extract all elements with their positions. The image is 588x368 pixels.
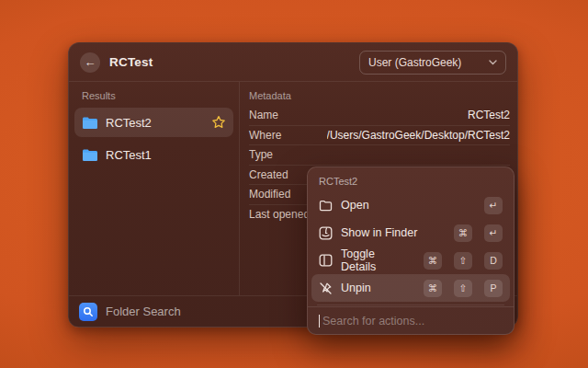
metadata-row-name: Name RCTest2 [249,106,510,126]
folder-search-input[interactable]: Folder Search [106,305,181,318]
action-search-field[interactable]: Search for actions... [308,306,514,334]
unpin-icon [319,282,333,295]
metadata-value: RCTest2 [468,109,510,121]
metadata-value: /Users/GastroGeek/Desktop/RCTest2 [327,129,510,142]
key-cmd: ⌘ [424,280,442,297]
search-icon [79,303,97,321]
window-header: ← RCTest User (GastroGeek) [69,43,517,82]
key-cmd: ⌘ [424,252,442,270]
menu-item-label: Open [341,199,472,212]
metadata-label: Type [249,148,273,161]
metadata-label: Last opened [249,208,310,221]
metadata-label: Created [249,168,288,181]
metadata-label: Where [249,129,281,142]
metadata-section-label: Metadata [249,90,510,101]
results-section-label: Results [82,90,226,101]
key-return: ↵ [484,224,503,242]
menu-item-label: Toggle Details [341,247,412,273]
sidebar-panel-icon [319,254,333,267]
context-menu-list: Open ↵ Show in Finder ⌘ ↵ [308,191,514,306]
text-caret [319,315,320,328]
menu-item-open[interactable]: Open ↵ [311,191,510,219]
back-button[interactable]: ← [80,52,100,73]
metadata-label: Modified [249,188,290,201]
results-sidebar: Results RCTest2 [69,82,240,295]
list-item-rctest1[interactable]: RCTest1 [74,140,233,169]
star-icon[interactable] [211,115,226,130]
menu-item-show-in-finder[interactable]: Show in Finder ⌘ ↵ [311,219,510,247]
menu-separator [317,305,504,305]
menu-item-unpin[interactable]: Unpin ⌘ ⇧ P [311,274,510,302]
action-search-placeholder: Search for actions... [322,315,424,328]
menu-item-label: Unpin [341,282,412,294]
key-letter: D [484,252,503,270]
finder-icon [319,226,333,240]
account-dropdown[interactable]: User (GastroGeek) [359,51,506,75]
menu-item-label: Show in Finder [341,226,442,239]
actions-context-menu: RCTest2 Open ↵ [307,167,514,335]
key-letter: P [484,280,503,297]
chevron-down-icon [489,60,497,65]
list-item-label: RCTest2 [106,116,204,130]
context-menu-title: RCTest2 [308,167,514,191]
folder-open-icon [319,200,333,212]
key-cmd: ⌘ [454,224,472,242]
folder-icon [82,116,98,130]
metadata-label: Name [249,109,278,121]
metadata-row-where: Where /Users/GastroGeek/Desktop/RCTest2 [249,126,510,146]
page-title: RCTest [109,55,153,69]
key-return: ↵ [484,197,503,214]
menu-item-toggle-details[interactable]: Toggle Details ⌘ ⇧ D [311,247,510,274]
list-item-label: RCTest1 [106,148,226,162]
account-dropdown-label: User (GastroGeek) [368,56,461,69]
metadata-row-type: Type [249,145,510,166]
key-shift: ⇧ [454,280,472,297]
list-item-rctest2[interactable]: RCTest2 [74,108,233,137]
app-window: ← RCTest User (GastroGeek) Results RCTes… [68,42,518,328]
window-body: Results RCTest2 [69,82,517,295]
folder-icon [82,148,98,162]
key-shift: ⇧ [454,252,472,270]
